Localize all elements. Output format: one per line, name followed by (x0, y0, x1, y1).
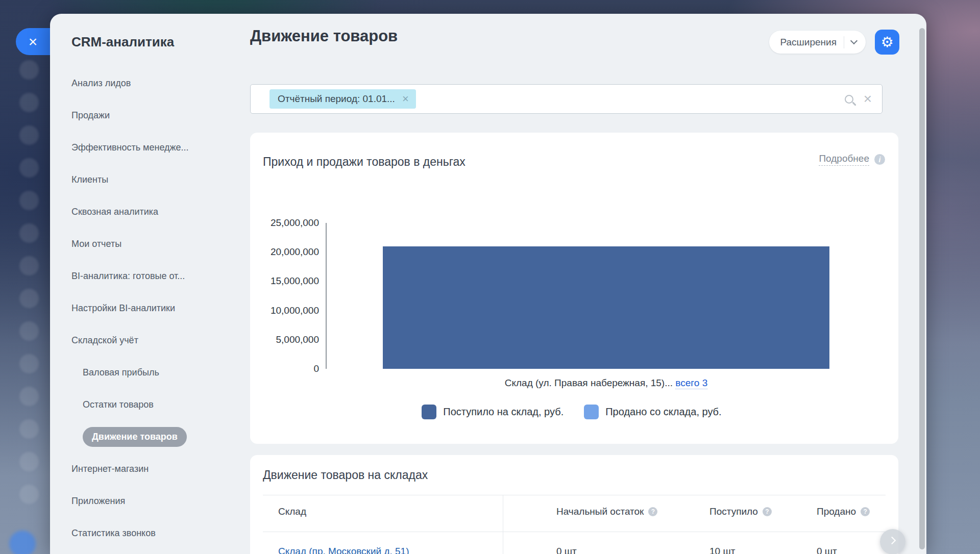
chevron-down-icon (850, 37, 857, 44)
page-title: Движение товаров (250, 27, 398, 45)
info-icon[interactable]: i (874, 154, 885, 165)
legend-label-received: Поступило на склад, руб. (443, 406, 564, 418)
details-link[interactable]: Подробнее (819, 153, 869, 166)
filter-bar-icons: × (845, 92, 872, 106)
chart-legend: Поступило на склад, руб. Продано со скла… (327, 405, 817, 419)
sidebar-item-sales[interactable]: Продажи (71, 99, 250, 132)
sidebar-item-my-reports[interactable]: Мои отчеты (71, 228, 250, 260)
sidebar-item-manager-efficiency[interactable]: Эффективность менедже... (71, 132, 250, 164)
column-header-received: Поступило ? (709, 506, 772, 517)
y-axis-tick: 5,000,000 (258, 334, 319, 345)
help-icon[interactable]: ? (763, 507, 772, 516)
sidebar-item-gross-profit[interactable]: Валовая прибыль (83, 357, 250, 389)
table-header-bottom-divider (263, 532, 886, 532)
table-title: Движение товаров на складах (263, 468, 428, 482)
search-icon[interactable] (845, 95, 853, 104)
extensions-button[interactable]: Расширения (769, 31, 866, 54)
sidebar-title: CRM-аналитика (71, 34, 250, 50)
sidebar-item-goods-movement[interactable]: Движение товаров (83, 421, 250, 453)
slider-panel: CRM-аналитика Анализ лидов Продажи Эффек… (50, 14, 926, 554)
chart-card: Приход и продажи товаров в деньгах Подро… (250, 133, 898, 444)
x-axis-category: Склад (ул. Правая набережная, 15)... (505, 377, 673, 388)
settings-button[interactable]: ⚙ (875, 30, 899, 55)
column-header-sold: Продано ? (817, 506, 870, 517)
y-axis-line (326, 223, 327, 369)
chevron-right-icon (888, 537, 896, 545)
sidebar-item-apps[interactable]: Приложения (71, 485, 250, 517)
y-axis-tick: 10,000,000 (258, 305, 319, 316)
y-axis-tick: 15,000,000 (258, 275, 319, 287)
y-axis-tick: 0 (258, 363, 319, 374)
header-controls: Расширения ⚙ (769, 30, 900, 55)
sidebar-item-end-to-end-analytics[interactable]: Сквозная аналитика (71, 196, 250, 228)
table-cell-received: 10 шт (709, 546, 735, 554)
y-axis-tick: 25,000,000 (258, 217, 319, 229)
table-cell-initial: 0 шт (556, 546, 577, 554)
total-categories-link[interactable]: всего 3 (675, 377, 707, 389)
background-avatar (9, 531, 36, 554)
help-icon[interactable]: ? (861, 507, 870, 516)
background-app-icons (19, 60, 42, 517)
bar-received[interactable] (383, 246, 829, 369)
chip-remove-icon[interactable]: × (402, 93, 409, 105)
sidebar: CRM-аналитика Анализ лидов Продажи Эффек… (50, 14, 250, 554)
legend-swatch-sold (584, 405, 599, 419)
sidebar-item-stock-remainders[interactable]: Остатки товаров (83, 389, 250, 421)
chart-title: Приход и продажи товаров в деньгах (263, 155, 465, 169)
gear-icon: ⚙ (880, 35, 893, 49)
clear-filter-icon[interactable]: × (864, 92, 872, 106)
extensions-button-label: Расширения (780, 37, 837, 48)
table-column-divider (503, 495, 503, 554)
filter-chip-report-period[interactable]: Отчётный период: 01.01... × (270, 89, 416, 109)
help-icon[interactable]: ? (648, 507, 657, 516)
sidebar-item-warehouse-accounting[interactable]: Складской учёт (71, 324, 250, 357)
sidebar-item-lead-analysis[interactable]: Анализ лидов (71, 67, 250, 99)
filter-chip-label: Отчётный период: 01.01... (278, 93, 395, 105)
sidebar-item-call-statistics[interactable]: Статистика звонков (71, 517, 250, 549)
scrollbar-thumb[interactable] (919, 28, 925, 549)
sidebar-item-online-store[interactable]: Интернет-магазин (71, 453, 250, 485)
column-header-initial: Начальный остаток ? (556, 506, 657, 517)
legend-item-received[interactable]: Поступило на склад, руб. (422, 405, 564, 419)
column-header-warehouse: Склад (278, 506, 306, 517)
scroll-right-button[interactable] (880, 529, 905, 554)
panel-scrollbar[interactable] (917, 14, 926, 554)
chart-details-row: Подробнее i (819, 153, 885, 166)
close-icon: × (16, 28, 50, 55)
table-header-top-divider (263, 495, 886, 495)
legend-swatch-received (422, 405, 436, 419)
legend-item-sold[interactable]: Продано со склада, руб. (584, 405, 721, 419)
table-row-warehouse-link[interactable]: Склад (пр. Московский д. 51) (278, 546, 409, 554)
active-item-pill: Движение товаров (83, 427, 187, 447)
button-divider (844, 36, 844, 48)
table-cell-sold: 0 шт (817, 546, 837, 554)
sidebar-item-bi-ready-reports[interactable]: BI-аналитика: готовые от... (71, 260, 250, 292)
x-axis-label: Склад (ул. Правая набережная, 15)... все… (383, 377, 829, 389)
y-axis-tick: 20,000,000 (258, 246, 319, 258)
filter-search-bar[interactable]: Отчётный период: 01.01... × × (250, 84, 883, 114)
main-content: Движение товаров Расширения ⚙ Отчётный п… (250, 14, 898, 554)
legend-label-sold: Продано со склада, руб. (605, 406, 721, 418)
sidebar-item-clients[interactable]: Клиенты (71, 164, 250, 196)
sidebar-item-bi-settings[interactable]: Настройки BI-аналитики (71, 292, 250, 324)
warehouse-table-card: Движение товаров на складах Склад Началь… (250, 455, 898, 554)
